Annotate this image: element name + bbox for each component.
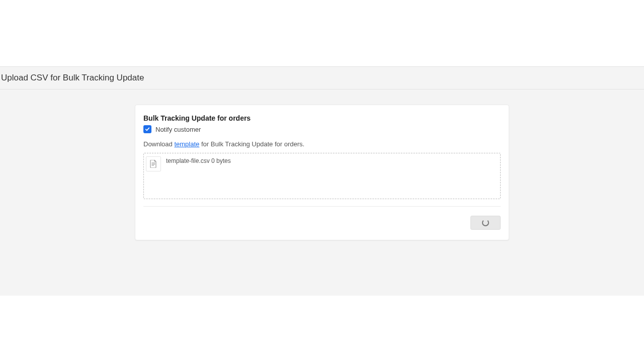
card-footer xyxy=(143,216,501,230)
card-divider xyxy=(143,206,501,207)
spinner-icon xyxy=(482,219,489,226)
download-suffix: for Bulk Tracking Update for orders. xyxy=(199,140,304,148)
file-size: 0 bytes xyxy=(211,157,231,164)
uploaded-file-info: template-file.csv 0 bytes xyxy=(166,155,231,164)
notify-customer-row[interactable]: Notify customer xyxy=(143,125,501,133)
document-icon xyxy=(150,160,157,168)
check-icon xyxy=(145,127,150,132)
notify-customer-label: Notify customer xyxy=(155,126,201,133)
page-title: Upload CSV for Bulk Tracking Update xyxy=(1,73,642,83)
download-prefix: Download xyxy=(143,140,174,148)
file-name: template-file.csv xyxy=(166,157,210,164)
submit-button[interactable] xyxy=(470,216,501,230)
card-title: Bulk Tracking Update for orders xyxy=(143,114,501,122)
download-template-link[interactable]: template xyxy=(174,140,199,148)
download-instruction: Download template for Bulk Tracking Upda… xyxy=(143,140,501,148)
page-header: Upload CSV for Bulk Tracking Update xyxy=(0,66,644,89)
notify-customer-checkbox[interactable] xyxy=(143,125,151,133)
page-body: Bulk Tracking Update for orders Notify c… xyxy=(0,89,644,296)
bulk-upload-card: Bulk Tracking Update for orders Notify c… xyxy=(135,105,509,240)
file-thumbnail xyxy=(146,156,161,171)
top-blank-region xyxy=(0,0,644,66)
file-dropzone[interactable]: template-file.csv 0 bytes xyxy=(143,153,501,199)
